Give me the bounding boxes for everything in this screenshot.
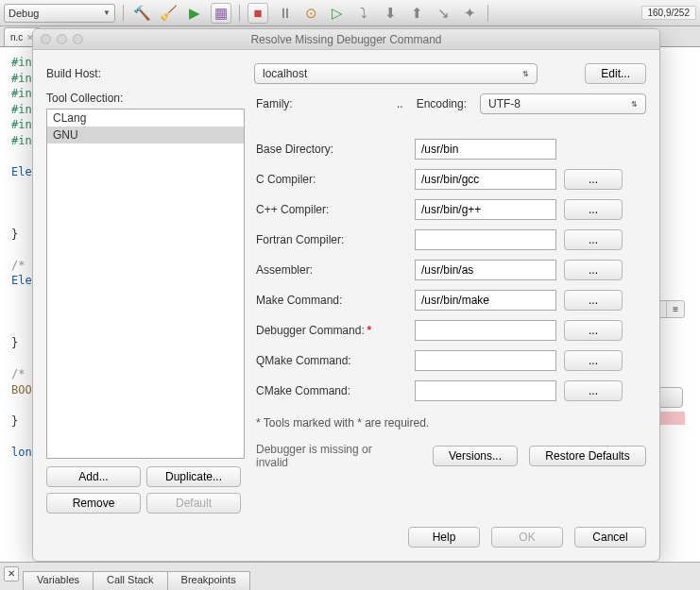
base-directory-input[interactable] bbox=[415, 139, 556, 160]
play-icon[interactable]: ▷ bbox=[327, 3, 348, 24]
family-encoding-row: Family: .. Encoding: UTF-8 ⇅ bbox=[256, 93, 646, 114]
c-compiler-browse-button[interactable]: ... bbox=[564, 169, 623, 190]
make-label: Make Command: bbox=[256, 294, 407, 307]
chevron-updown-icon: ⇅ bbox=[522, 70, 529, 78]
dialog-body: Build Host: localhost ⇅ Edit... Tool Col… bbox=[33, 50, 659, 517]
build-host-value: localhost bbox=[263, 67, 307, 80]
profile-icon[interactable]: ▦ bbox=[211, 3, 231, 24]
main-toolbar: Debug ▼ 🔨 🧹 ▶ ▦ ■ ⏸ ⊙ ▷ ⤵ ⬇ ⬆ ↘ ✦ 160,9/… bbox=[0, 0, 700, 26]
assembler-browse-button[interactable]: ... bbox=[564, 260, 623, 280]
required-note: * Tools marked with * are required. bbox=[256, 416, 646, 430]
build-config-value: Debug bbox=[9, 8, 39, 19]
encoding-value: UTF-8 bbox=[488, 97, 521, 110]
stop-icon[interactable]: ■ bbox=[248, 3, 268, 24]
help-button[interactable]: Help bbox=[408, 527, 480, 548]
build-icon[interactable]: 🔨 bbox=[131, 3, 152, 24]
tab-variables[interactable]: Variables bbox=[23, 571, 94, 590]
build-host-label: Build Host: bbox=[46, 67, 247, 80]
make-browse-button[interactable]: ... bbox=[564, 290, 623, 311]
main-columns: Tool Collection: CLang GNU Add... Duplic… bbox=[46, 92, 646, 514]
tool-collection-column: Tool Collection: CLang GNU Add... Duplic… bbox=[46, 92, 245, 514]
assembler-input[interactable] bbox=[415, 260, 556, 280]
build-config-select[interactable]: Debug ▼ bbox=[4, 4, 115, 23]
bottom-actions-row: Debugger is missing or invalid Versions.… bbox=[256, 439, 646, 469]
c-compiler-row: C Compiler: ... bbox=[256, 169, 646, 190]
dialog-titlebar: Resolve Missing Debugger Command bbox=[33, 29, 659, 50]
fortran-row: Fortran Compiler: ... bbox=[256, 229, 646, 250]
tab-call-stack[interactable]: Call Stack bbox=[93, 571, 168, 590]
c-compiler-input[interactable] bbox=[415, 169, 556, 190]
c-compiler-label: C Compiler: bbox=[256, 173, 407, 186]
make-row: Make Command: ... bbox=[256, 290, 646, 311]
edit-button[interactable]: Edit... bbox=[585, 63, 646, 84]
output-panel: ✕ Variables Call Stack Breakpoints bbox=[0, 562, 700, 590]
editor-tab-label: n.c bbox=[10, 32, 23, 42]
debugger-browse-button[interactable]: ... bbox=[564, 320, 623, 341]
cpp-compiler-browse-button[interactable]: ... bbox=[564, 199, 623, 220]
required-marker: * bbox=[367, 324, 371, 337]
step-into-icon[interactable]: ⬇ bbox=[380, 3, 401, 24]
cancel-button[interactable]: Cancel bbox=[574, 527, 646, 548]
debugger-label: Debugger Command: * bbox=[256, 324, 407, 337]
resolve-missing-debugger-dialog: Resolve Missing Debugger Command Build H… bbox=[32, 28, 660, 562]
assembler-label: Assembler: bbox=[256, 263, 407, 277]
default-button[interactable]: Default bbox=[146, 493, 241, 514]
list-item[interactable]: GNU bbox=[47, 126, 244, 143]
debugger-row: Debugger Command: * ... bbox=[256, 320, 646, 341]
run-icon[interactable]: ▶ bbox=[184, 3, 205, 24]
continue-icon[interactable]: ⊙ bbox=[300, 3, 321, 24]
family-label: Family: bbox=[256, 97, 293, 110]
remove-button[interactable]: Remove bbox=[46, 493, 141, 514]
run-to-cursor-icon[interactable]: ↘ bbox=[433, 3, 453, 24]
list-button-row-2: Remove Default bbox=[46, 493, 245, 514]
chevron-updown-icon: ⇅ bbox=[631, 100, 638, 109]
base-directory-label: Base Directory: bbox=[256, 143, 407, 156]
step-over-icon[interactable]: ⤵ bbox=[353, 3, 374, 24]
chevron-down-icon: ▼ bbox=[103, 8, 111, 17]
misc-icon[interactable]: ✦ bbox=[459, 3, 480, 24]
qmake-browse-button[interactable]: ... bbox=[564, 350, 623, 371]
cmake-input[interactable] bbox=[415, 380, 556, 401]
encoding-label: Encoding: bbox=[417, 97, 467, 110]
cpp-compiler-input[interactable] bbox=[415, 199, 556, 220]
qmake-label: QMake Command: bbox=[256, 354, 407, 367]
fortran-browse-button[interactable]: ... bbox=[564, 229, 623, 250]
cursor-position: 160,9/252 bbox=[641, 6, 697, 20]
close-panel-icon[interactable]: ✕ bbox=[4, 566, 19, 582]
separator bbox=[239, 5, 240, 22]
fortran-label: Fortran Compiler: bbox=[256, 233, 407, 246]
ok-button[interactable]: OK bbox=[491, 527, 563, 548]
tool-collection-label: Tool Collection: bbox=[46, 92, 245, 105]
separator bbox=[123, 5, 124, 22]
tab-breakpoints[interactable]: Breakpoints bbox=[167, 571, 250, 590]
encoding-select[interactable]: UTF-8 ⇅ bbox=[480, 93, 646, 114]
duplicate-button[interactable]: Duplicate... bbox=[146, 466, 241, 487]
cpp-compiler-label: C++ Compiler: bbox=[256, 203, 407, 216]
tool-settings-column: Family: .. Encoding: UTF-8 ⇅ Base Direct… bbox=[256, 92, 646, 514]
base-directory-row: Base Directory: bbox=[256, 139, 646, 160]
clean-icon[interactable]: 🧹 bbox=[158, 3, 179, 24]
pause-icon[interactable]: ⏸ bbox=[274, 3, 295, 24]
dialog-title: Resolve Missing Debugger Command bbox=[33, 33, 659, 46]
cmake-row: CMake Command: ... bbox=[256, 380, 646, 401]
make-input[interactable] bbox=[415, 290, 556, 311]
tool-collection-list[interactable]: CLang GNU bbox=[46, 109, 245, 459]
cmake-label: CMake Command: bbox=[256, 384, 407, 397]
step-out-icon[interactable]: ⬆ bbox=[406, 3, 427, 24]
fortran-input[interactable] bbox=[415, 229, 556, 250]
assembler-row: Assembler: ... bbox=[256, 260, 646, 280]
build-host-select[interactable]: localhost ⇅ bbox=[254, 63, 538, 84]
qmake-input[interactable] bbox=[415, 350, 556, 371]
warning-text: Debugger is missing or invalid bbox=[256, 443, 407, 469]
debugger-input[interactable] bbox=[415, 320, 556, 341]
family-value: .. bbox=[397, 97, 403, 110]
cpp-compiler-row: C++ Compiler: ... bbox=[256, 199, 646, 220]
versions-button[interactable]: Versions... bbox=[433, 446, 518, 466]
list-item[interactable]: CLang bbox=[47, 110, 244, 126]
list-button-row-1: Add... Duplicate... bbox=[46, 466, 245, 487]
restore-defaults-button[interactable]: Restore Defaults bbox=[529, 446, 646, 466]
cmake-browse-button[interactable]: ... bbox=[564, 380, 623, 401]
qmake-row: QMake Command: ... bbox=[256, 350, 646, 371]
add-button[interactable]: Add... bbox=[46, 466, 141, 487]
build-host-row: Build Host: localhost ⇅ Edit... bbox=[46, 63, 646, 84]
